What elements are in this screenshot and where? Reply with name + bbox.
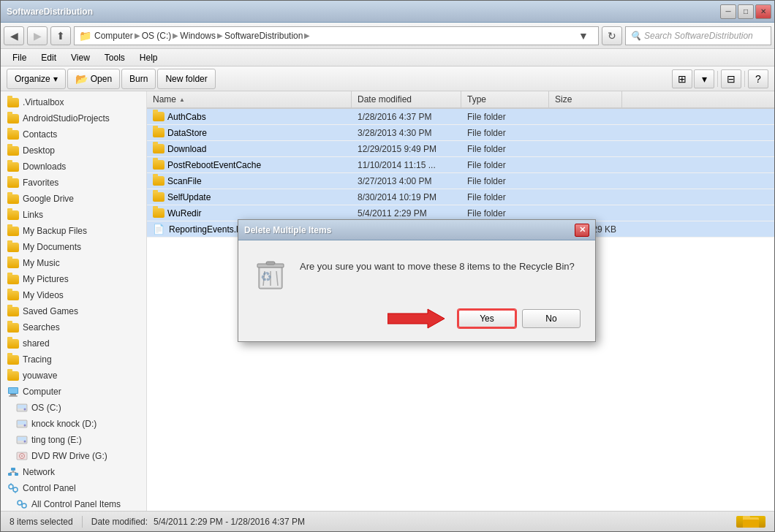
sidebar-item-youwave[interactable]: youwave — [1, 368, 146, 384]
sidebar-label-favorites: Favorites — [23, 178, 58, 188]
sidebar-label-virtualbox: .Virtualbox — [23, 97, 64, 107]
view-toggle-button[interactable]: ▾ — [694, 69, 714, 88]
search-bar[interactable]: 🔍 Search SoftwareDistribution — [625, 26, 771, 45]
sidebar-item-downloads[interactable]: Downloads — [1, 159, 146, 175]
folder-icon — [7, 305, 20, 318]
sidebar-label-allcontrolpanel: All Control Panel Items — [31, 499, 121, 509]
menu-edit[interactable]: Edit — [35, 51, 62, 64]
organize-label: Organize — [15, 74, 50, 84]
col-header-date[interactable]: Date modified — [352, 91, 461, 107]
toolbar: Organize ▾ 📂 Open Burn New folder ⊞ ▾ ⊟ … — [1, 66, 774, 91]
sidebar-item-network[interactable]: Network — [1, 464, 146, 480]
col-header-type[interactable]: Type — [461, 91, 549, 107]
sidebar-item-googledrive[interactable]: Google Drive — [1, 191, 146, 207]
table-row[interactable]: PostRebootEventCache 11/10/2014 11:15 ..… — [147, 157, 774, 173]
yes-button[interactable]: Yes — [458, 309, 516, 328]
col-date-label: Date modified — [358, 94, 412, 104]
sidebar-item-savedgames[interactable]: Saved Games — [1, 303, 146, 319]
breadcrumb-drive[interactable]: OS (C:) — [142, 31, 172, 41]
close-button[interactable]: ✕ — [755, 4, 771, 19]
sidebar: .Virtualbox AndroidStudioProjects Contac… — [1, 91, 147, 511]
menu-tools[interactable]: Tools — [99, 51, 131, 64]
refresh-button[interactable]: ↻ — [602, 26, 622, 45]
open-label: Open — [91, 74, 112, 84]
svg-point-12 — [24, 441, 26, 443]
sidebar-label-mydocuments: My Documents — [23, 242, 81, 252]
menu-view[interactable]: View — [65, 51, 96, 64]
col-header-name[interactable]: Name ▲ — [147, 91, 352, 107]
open-button[interactable]: 📂 Open — [67, 69, 120, 89]
dialog-title: Delete Multiple Items — [244, 225, 331, 235]
file-name-scanfile: ScanFile — [147, 176, 352, 186]
drive-icon — [15, 433, 29, 446]
svg-text:♻: ♻ — [260, 270, 272, 284]
sidebar-item-tingtong[interactable]: ting tong (E:) — [1, 432, 146, 448]
open-icon: 📂 — [75, 73, 88, 85]
sidebar-item-desktop[interactable]: Desktop — [1, 142, 146, 159]
sidebar-label-computer: Computer — [23, 387, 61, 397]
sidebar-item-osc[interactable]: OS (C:) — [1, 400, 146, 416]
menu-file[interactable]: File — [7, 51, 32, 64]
file-name-selfupdate: SelfUpdate — [147, 192, 352, 202]
help-button[interactable]: ? — [748, 69, 768, 88]
table-row[interactable]: Download 12/29/2015 9:49 PM File folder — [147, 141, 774, 157]
arrow-indicator — [388, 308, 452, 330]
menu-help[interactable]: Help — [134, 51, 164, 64]
sidebar-item-knockknock[interactable]: knock knock (D:) — [1, 416, 146, 432]
sep1: ▶ — [135, 31, 140, 39]
sidebar-item-mybackupfiles[interactable]: My Backup Files — [1, 223, 146, 239]
sidebar-item-links[interactable]: Links — [1, 207, 146, 223]
folder-icon — [153, 176, 165, 186]
address-dropdown-button[interactable]: ▼ — [573, 26, 594, 45]
burn-button[interactable]: Burn — [121, 69, 156, 89]
sidebar-item-allcontrolpanel[interactable]: All Control Panel Items — [1, 496, 146, 511]
file-name-authcabs: AuthCabs — [147, 112, 352, 122]
sidebar-item-mydocuments[interactable]: My Documents — [1, 239, 146, 255]
pane-button[interactable]: ⊟ — [721, 69, 741, 88]
sidebar-item-searches[interactable]: Searches — [1, 319, 146, 335]
sidebar-item-shared[interactable]: shared — [1, 335, 146, 352]
folder-icon — [7, 160, 20, 173]
dialog-close-button[interactable]: ✕ — [575, 224, 589, 237]
col-header-size[interactable]: Size — [549, 91, 622, 107]
no-button[interactable]: No — [522, 309, 581, 328]
sidebar-item-virtualbox[interactable]: .Virtualbox — [1, 94, 146, 110]
sidebar-item-favorites[interactable]: Favorites — [1, 175, 146, 191]
maximize-button[interactable]: □ — [738, 4, 754, 19]
sidebar-item-myvideos[interactable]: My Videos — [1, 287, 146, 303]
folder-status-icon — [736, 516, 765, 528]
dialog-buttons: Yes No — [238, 302, 595, 341]
breadcrumb-windows[interactable]: Windows — [180, 31, 216, 41]
date-range: 5/4/2011 2:29 PM - 1/28/2016 4:37 PM — [154, 517, 305, 527]
breadcrumb-computer[interactable]: Computer — [94, 31, 133, 41]
minimize-button[interactable]: ─ — [720, 4, 736, 19]
sidebar-item-dvdrw[interactable]: DVD RW Drive (G:) — [1, 448, 146, 464]
table-row[interactable]: AuthCabs 1/28/2016 4:37 PM File folder — [147, 109, 774, 125]
sidebar-item-contacts[interactable]: Contacts — [1, 126, 146, 142]
folder-icon — [7, 224, 20, 238]
sidebar-item-mypictures[interactable]: My Pictures — [1, 271, 146, 287]
dialog-body: ♻ Are you sure you want to move these 8 … — [238, 240, 595, 302]
red-arrow-icon — [388, 308, 446, 330]
sidebar-item-mymusic[interactable]: My Music — [1, 255, 146, 271]
forward-button[interactable]: ▶ — [27, 26, 48, 45]
folder-icon — [7, 128, 20, 141]
sidebar-item-computer[interactable]: Computer — [1, 384, 146, 400]
svg-rect-17 — [8, 473, 12, 476]
new-folder-button[interactable]: New folder — [157, 69, 215, 89]
table-row[interactable]: SelfUpdate 8/30/2014 10:19 PM File folde… — [147, 189, 774, 205]
breadcrumb-softdist[interactable]: SoftwareDistribution — [224, 31, 303, 41]
table-row[interactable]: ScanFile 3/27/2013 4:00 PM File folder — [147, 173, 774, 189]
up-button[interactable]: ⬆ — [50, 26, 71, 45]
back-button[interactable]: ◀ — [4, 26, 24, 45]
sidebar-item-tracing[interactable]: Tracing — [1, 352, 146, 368]
table-row[interactable]: DataStore 3/28/2013 4:30 PM File folder — [147, 125, 774, 141]
sidebar-label-tracing: Tracing — [23, 354, 52, 365]
organize-button[interactable]: Organize ▾ — [7, 69, 66, 89]
sidebar-item-controlpanel[interactable]: Control Panel — [1, 480, 146, 496]
view-options-button[interactable]: ⊞ — [672, 69, 692, 88]
delete-dialog: Delete Multiple Items ✕ ♻ — [238, 219, 596, 342]
sidebar-item-androidstudio[interactable]: AndroidStudioProjects — [1, 110, 146, 126]
sidebar-label-controlpanel: Control Panel — [23, 483, 76, 493]
address-bar[interactable]: 📁 Computer ▶ OS (C:) ▶ Windows ▶ Softwar… — [74, 26, 599, 45]
